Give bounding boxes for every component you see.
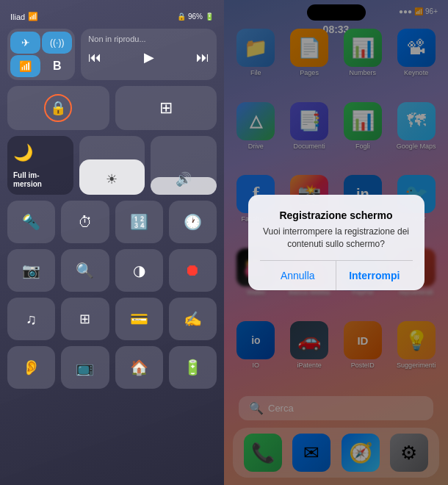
screen-mirror-btn[interactable]: ⊞ [115,86,217,130]
home-btn[interactable]: 🏠 [115,346,163,389]
lock-ring-icon: 🔒 [44,94,72,122]
notes-icon: ✍ [184,310,202,328]
screen-lock-btn[interactable]: 🔒 [7,86,109,130]
torch-icon: 🔦 [22,213,40,231]
camera-icon: 📷 [22,262,40,279]
status-bar-left: Iliad 📶 🔒 96% 🔋 [7,9,217,29]
bluetooth-btn[interactable]: B [42,55,72,77]
battery-info-left: 🔒 96% 🔋 [177,12,214,21]
home-icon: 🏠 [130,359,148,376]
battery-btn[interactable]: 🔋 [169,346,217,389]
wallet-icon: 💳 [130,310,148,328]
record-icon: ⏺ [184,261,200,280]
media-control: Non in riprodu... ⏮ ▶ ⏭ [81,29,217,80]
cellular-icon: ((·)) [50,37,64,48]
wifi-icon-left: 📶 [28,12,38,21]
wifi-cc-btn[interactable]: 📶 [10,55,40,77]
torch-btn[interactable]: 🔦 [7,201,55,243]
cellular-btn[interactable]: ((·)) [42,32,72,54]
screen-record-btn[interactable]: ⏺ [169,249,217,292]
airplane-icon: ✈ [21,37,30,48]
calculator-icon: 🔢 [130,213,148,231]
calculator-btn[interactable]: 🔢 [115,201,163,243]
dialog-body: Vuoi interrompere la registrazione dei c… [260,226,413,251]
timer-btn[interactable]: ⏱ [61,201,109,243]
camera-btn[interactable]: 📷 [7,249,55,292]
media-title: Non in riprodu... [88,35,209,43]
qr-icon: ⊞ [79,311,90,327]
wallet-btn[interactable]: 💳 [115,298,163,340]
shazam-btn[interactable]: ♫ [7,298,55,340]
wifi-cc-icon: 📶 [19,60,32,72]
contrast-icon: ◑ [133,262,145,279]
media-play-btn[interactable]: ▶ [144,49,154,65]
dialog-cancel-btn[interactable]: Annulla [260,261,337,290]
contrast-btn[interactable]: ◑ [115,249,163,292]
clock-icon: 🕐 [184,213,202,231]
control-center-panel: Iliad 📶 🔒 96% 🔋 ✈ ((·)) 📶 [0,0,224,485]
battery-label-left: 96% [188,12,203,21]
brightness-slider[interactable]: ☀ [79,136,145,195]
notes-btn[interactable]: ✍ [169,298,217,340]
mirror-icon: ⊞ [159,98,173,118]
dialog-confirm-btn[interactable]: Interrompi [336,261,413,290]
bluetooth-icon: B [53,60,62,73]
accessibility-btn[interactable]: 👂 [7,346,55,389]
screen-record-dialog: Registrazione schermo Vuoi interrompere … [248,195,424,291]
remote-icon: 📺 [76,359,94,376]
volume-icon: 🔊 [176,171,192,187]
magnifier-icon: 🔍 [76,262,94,279]
home-screen-panel: 08:33 ●●● 📶 96+ 📁 File 📄 Pages 📊 Numbers… [224,0,448,485]
brightness-icon: ☀ [106,171,118,187]
clock-btn[interactable]: 🕐 [169,201,217,243]
shazam-icon: ♫ [26,311,37,328]
battery-icon: 🔋 [184,359,202,376]
lock-icon-left: 🔒 [177,12,186,21]
full-immersion-btn[interactable]: 🌙 Full im-mersion [7,136,73,195]
media-controls-row[interactable]: ⏮ ▶ ⏭ [88,49,209,65]
dialog-title: Registrazione schermo [260,209,413,221]
full-immersion-label: Full im-mersion [13,171,42,189]
ear-icon: 👂 [22,359,40,376]
airplane-mode-btn[interactable]: ✈ [10,32,40,54]
network-group: ✈ ((·)) 📶 B [7,29,75,80]
carrier-wifi: Iliad 📶 [10,12,38,21]
dialog-overlay: Registrazione schermo Vuoi interrompere … [224,0,448,485]
qr-scan-btn[interactable]: ⊞ [61,298,109,340]
media-next-btn[interactable]: ⏭ [196,50,209,65]
magnifier-btn[interactable]: 🔍 [61,249,109,292]
volume-slider[interactable]: 🔊 [151,136,217,195]
media-prev-btn[interactable]: ⏮ [88,50,101,65]
battery-icon-left: 🔋 [205,12,214,21]
carrier-label: Iliad [10,12,25,21]
dialog-buttons: Annulla Interrompi [260,260,413,290]
timer-icon: ⏱ [78,214,93,231]
moon-icon: 🌙 [13,143,33,162]
remote-btn[interactable]: 📺 [61,346,109,389]
